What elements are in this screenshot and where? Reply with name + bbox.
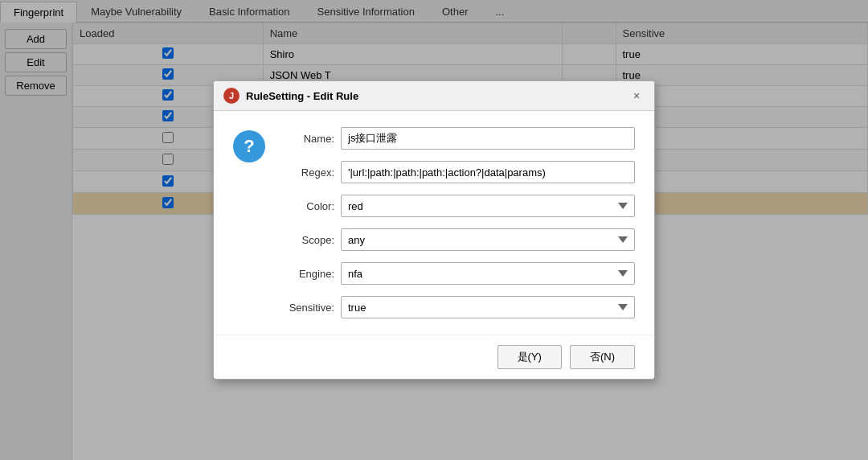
sensitive-label: Sensitive:	[278, 302, 334, 314]
modal-title-bar: J RuleSetting - Edit Rule ×	[214, 81, 654, 111]
confirm-button[interactable]: 是(Y)	[497, 345, 562, 369]
modal-title-text: RuleSetting - Edit Rule	[246, 90, 358, 102]
color-label: Color:	[278, 200, 334, 212]
engine-label: Engine:	[278, 268, 334, 280]
color-select[interactable]: redgreenblueyelloworange	[341, 195, 635, 217]
name-label: Name:	[278, 133, 334, 145]
close-button[interactable]: ×	[628, 88, 645, 104]
engine-row: Engine: nfadfa	[278, 262, 635, 285]
scope-select[interactable]: anyrequestresponse	[341, 228, 635, 251]
regex-row: Regex:	[278, 161, 635, 183]
engine-select[interactable]: nfadfa	[341, 262, 635, 285]
sensitive-row: Sensitive: truefalse	[278, 296, 635, 318]
modal-footer: 是(Y) 否(N)	[214, 335, 654, 379]
modal-form: Name: Regex: Color: redgreenblueyellowor…	[278, 127, 635, 318]
name-input[interactable]	[341, 127, 635, 150]
rule-setting-dialog: J RuleSetting - Edit Rule × ? Name:	[213, 80, 655, 380]
sensitive-select[interactable]: truefalse	[341, 296, 635, 318]
name-row: Name:	[278, 127, 635, 150]
regex-input[interactable]	[341, 161, 635, 183]
modal-body: ? Name: Regex: Color:	[214, 111, 654, 335]
scope-row: Scope: anyrequestresponse	[278, 228, 635, 251]
color-row: Color: redgreenblueyelloworange	[278, 195, 635, 217]
modal-title-left: J RuleSetting - Edit Rule	[223, 88, 358, 104]
app-container: Fingerprint Maybe Vulnerability Basic In…	[0, 0, 868, 460]
cancel-button[interactable]: 否(N)	[570, 345, 635, 369]
regex-label: Regex:	[278, 166, 334, 179]
java-icon: J	[223, 88, 240, 104]
scope-label: Scope:	[278, 234, 334, 246]
help-icon: ?	[233, 130, 265, 162]
modal-overlay: J RuleSetting - Edit Rule × ? Name:	[0, 0, 868, 460]
